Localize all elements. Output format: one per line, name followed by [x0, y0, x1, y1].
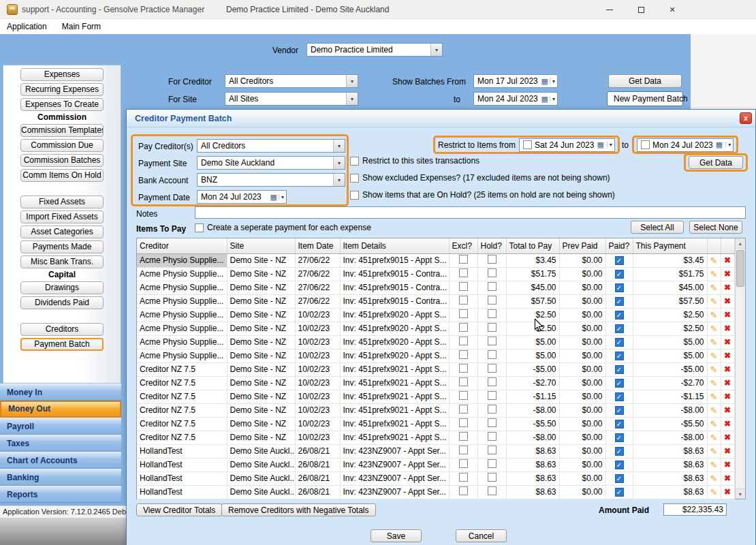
table-row[interactable]: Acme Physio Supplie...Demo Site - NZ27/0…: [137, 294, 734, 308]
section-chart-of-accounts[interactable]: Chart of Accounts: [0, 452, 121, 469]
paid-checkbox[interactable]: ✓: [615, 461, 624, 469]
table-row[interactable]: Creditor NZ 7.5Demo Site - NZ10/02/23Inv…: [137, 362, 734, 376]
column-header-this-payment[interactable]: This Payment: [633, 238, 707, 253]
excl-checkbox[interactable]: [459, 432, 468, 441]
table-row[interactable]: HollandTestDemo Site Auckl...26/08/21Inv…: [137, 444, 734, 458]
edit-item-icon[interactable]: ✎: [710, 473, 718, 484]
excl-checkbox[interactable]: [459, 309, 468, 318]
column-header-excl[interactable]: Excl?: [449, 238, 477, 253]
hold-checkbox[interactable]: [488, 323, 497, 332]
delete-item-icon[interactable]: ✖: [724, 378, 731, 388]
column-header-icon[interactable]: [707, 238, 721, 253]
notes-input[interactable]: [195, 206, 746, 219]
chevron-down-icon[interactable]: ▾: [333, 157, 345, 169]
new-payment-batch-button[interactable]: New Payment Batch: [607, 91, 683, 106]
show-excluded-checkbox[interactable]: [350, 174, 359, 183]
for-creditor-select[interactable]: All Creditors ▾: [225, 74, 358, 88]
delete-item-icon[interactable]: ✖: [724, 310, 731, 320]
restrict-to-date[interactable]: Mon 24 Jul 2023 ▦▾: [637, 138, 734, 152]
edit-item-icon[interactable]: ✎: [710, 296, 718, 307]
hold-checkbox[interactable]: [488, 350, 497, 359]
paid-checkbox[interactable]: ✓: [615, 433, 624, 442]
cancel-button[interactable]: Cancel: [456, 529, 507, 542]
sidebar-item-commission-due[interactable]: Commission Due: [20, 139, 104, 152]
edit-item-icon[interactable]: ✎: [710, 419, 718, 429]
table-row[interactable]: Acme Physio Supplie...Demo Site - NZ10/0…: [137, 308, 734, 322]
payment-date-picker[interactable]: Mon 24 Jul 2023 ▦▾: [197, 190, 287, 204]
table-row[interactable]: Creditor NZ 7.5Demo Site - NZ10/02/23Inv…: [137, 403, 734, 417]
paid-checkbox[interactable]: ✓: [615, 420, 624, 429]
paid-checkbox[interactable]: ✓: [615, 256, 624, 265]
paid-checkbox[interactable]: ✓: [615, 311, 624, 320]
delete-item-icon[interactable]: ✖: [724, 269, 731, 279]
column-header-total-to-pay[interactable]: Total to Pay: [506, 238, 559, 253]
sidebar-item-commission-templates[interactable]: Commission Templates: [20, 124, 104, 137]
edit-item-icon[interactable]: ✎: [710, 324, 718, 334]
chevron-down-icon[interactable]: ▾: [550, 96, 555, 102]
delete-item-icon[interactable]: ✖: [724, 255, 731, 265]
edit-item-icon[interactable]: ✎: [710, 378, 718, 388]
paid-checkbox[interactable]: ✓: [615, 379, 624, 388]
section-money-out[interactable]: Money Out: [0, 401, 121, 418]
hold-checkbox[interactable]: [488, 309, 497, 318]
edit-item-icon[interactable]: ✎: [710, 337, 718, 347]
show-onhold-row[interactable]: Show items that are On Hold? (25 items o…: [350, 190, 615, 200]
edit-item-icon[interactable]: ✎: [710, 283, 718, 293]
edit-item-icon[interactable]: ✎: [710, 269, 718, 279]
table-row[interactable]: Acme Physio Supplie...Demo Site - NZ10/0…: [137, 349, 734, 362]
excl-checkbox[interactable]: [459, 350, 468, 359]
sidebar-item-import-fixed-assets[interactable]: Import Fixed Assets: [20, 211, 104, 223]
delete-item-icon[interactable]: ✖: [724, 446, 731, 456]
paid-checkbox[interactable]: ✓: [615, 392, 624, 401]
hold-checkbox[interactable]: [488, 459, 497, 468]
excl-checkbox[interactable]: [459, 405, 468, 414]
edit-item-icon[interactable]: ✎: [710, 364, 718, 375]
section-payroll[interactable]: Payroll: [0, 418, 121, 435]
select-all-button[interactable]: Select All: [631, 221, 684, 234]
chevron-down-icon[interactable]: ▾: [346, 93, 358, 105]
hold-checkbox[interactable]: [488, 377, 497, 386]
for-site-select[interactable]: All Sites ▾: [225, 92, 358, 106]
excl-checkbox[interactable]: [459, 486, 468, 495]
edit-item-icon[interactable]: ✎: [710, 446, 718, 456]
hold-checkbox[interactable]: [488, 473, 497, 482]
excl-checkbox[interactable]: [459, 391, 468, 400]
edit-item-icon[interactable]: ✎: [710, 460, 718, 470]
delete-item-icon[interactable]: ✖: [724, 392, 731, 401]
edit-item-icon[interactable]: ✎: [710, 405, 718, 416]
hold-checkbox[interactable]: [488, 418, 497, 427]
sidebar-item-payment-batch[interactable]: Payment Batch: [20, 338, 104, 351]
menu-application[interactable]: Application: [7, 22, 47, 31]
batches-to-date[interactable]: Mon 24 Jul 2023 ▦▾: [473, 92, 558, 106]
delete-item-icon[interactable]: ✖: [724, 351, 731, 360]
edit-item-icon[interactable]: ✎: [710, 392, 718, 402]
delete-item-icon[interactable]: ✖: [724, 324, 731, 333]
column-header-paid[interactable]: Paid?: [605, 238, 633, 253]
hold-checkbox[interactable]: [488, 446, 497, 454]
restrict-from-checkbox[interactable]: [523, 140, 532, 149]
sidebar-item-fixed-assets[interactable]: Fixed Assets: [20, 196, 104, 208]
excl-checkbox[interactable]: [459, 282, 468, 291]
maximize-button[interactable]: [625, 0, 657, 19]
table-row[interactable]: Acme Physio Supplie...Demo Site - NZ10/0…: [137, 335, 734, 349]
get-data-button[interactable]: Get Data: [608, 74, 682, 88]
show-onhold-checkbox[interactable]: [350, 191, 359, 200]
table-row[interactable]: Acme Physio Supplie...Demo Site - NZ27/0…: [137, 281, 734, 294]
paid-checkbox[interactable]: ✓: [615, 352, 624, 360]
separate-payment-checkbox[interactable]: [195, 223, 204, 232]
paid-checkbox[interactable]: ✓: [615, 447, 624, 456]
dialog-get-data-button[interactable]: Get Data: [689, 156, 743, 169]
view-creditor-totals-button[interactable]: View Creditor Totals: [136, 503, 222, 516]
sidebar-item-expenses[interactable]: Expenses: [20, 68, 104, 81]
sidebar-item-recurring-expenses[interactable]: Recurring Expenses: [20, 83, 104, 96]
hold-checkbox[interactable]: [488, 364, 497, 373]
hold-checkbox[interactable]: [488, 405, 497, 414]
excl-checkbox[interactable]: [459, 268, 468, 277]
paid-checkbox[interactable]: ✓: [615, 488, 624, 497]
column-header-creditor[interactable]: Creditor: [137, 238, 227, 253]
hold-checkbox[interactable]: [488, 391, 497, 400]
chevron-down-icon[interactable]: ▾: [430, 44, 442, 56]
paid-checkbox[interactable]: ✓: [615, 297, 624, 306]
edit-item-icon[interactable]: ✎: [710, 351, 718, 361]
chevron-down-icon[interactable]: ▾: [550, 78, 555, 84]
